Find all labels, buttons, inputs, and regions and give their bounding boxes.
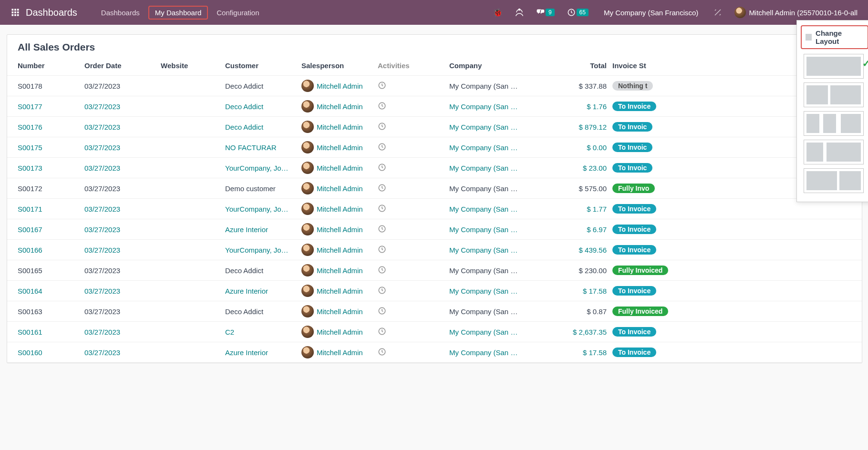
header-date[interactable]: Order Date	[84, 61, 161, 70]
cell-company[interactable]: My Company (San …	[449, 82, 559, 90]
cell-number[interactable]: S00175	[18, 143, 84, 152]
company-selector[interactable]: My Company (San Francisco)	[601, 9, 701, 17]
cell-number[interactable]: S00173	[18, 164, 84, 172]
cell-number[interactable]: S00178	[18, 82, 84, 90]
cell-activities[interactable]	[378, 327, 449, 337]
header-website[interactable]: Website	[161, 61, 225, 70]
cell-company[interactable]: My Company (San …	[449, 266, 559, 275]
table-row[interactable]: S0016403/27/2023Azure InteriorMitchell A…	[7, 281, 862, 301]
cell-customer[interactable]: YourCompany, Jo…	[225, 246, 301, 254]
cell-company[interactable]: My Company (San …	[449, 184, 559, 193]
cell-salesperson[interactable]: Mitchell Admin	[301, 264, 378, 276]
layout-option-l3[interactable]	[804, 111, 864, 136]
bug-icon[interactable]: 🐞	[493, 8, 503, 18]
header-activities[interactable]: Activities	[378, 61, 449, 70]
cell-activities[interactable]	[378, 102, 449, 112]
cell-customer[interactable]: Deco Addict	[225, 82, 301, 90]
cell-number[interactable]: S00167	[18, 225, 84, 234]
cell-company[interactable]: My Company (San …	[449, 328, 559, 336]
tools-icon[interactable]	[713, 8, 722, 17]
cell-salesperson[interactable]: Mitchell Admin	[301, 346, 378, 358]
table-row[interactable]: S0016303/27/2023Deco AddictMitchell Admi…	[7, 301, 862, 322]
table-row[interactable]: S0017103/27/2023YourCompany, Jo…Mitchell…	[7, 199, 862, 219]
cell-salesperson[interactable]: Mitchell Admin	[301, 326, 378, 338]
messages-icon[interactable]: 9	[536, 8, 555, 17]
cell-company[interactable]: My Company (San …	[449, 123, 559, 131]
table-row[interactable]: S0017203/27/2023Demo customerMitchell Ad…	[7, 178, 862, 199]
cell-activities[interactable]	[378, 245, 449, 255]
cell-customer[interactable]: Azure Interior	[225, 287, 301, 295]
cell-activities[interactable]	[378, 266, 449, 276]
cell-customer[interactable]: Deco Addict	[225, 123, 301, 131]
cell-salesperson[interactable]: Mitchell Admin	[301, 80, 378, 92]
layout-option-l4[interactable]	[804, 140, 864, 164]
cell-activities[interactable]	[378, 163, 449, 173]
change-layout-button[interactable]: Change Layout	[801, 25, 868, 49]
cell-number[interactable]: S00177	[18, 102, 84, 111]
header-total[interactable]: Total	[559, 61, 607, 70]
cell-customer[interactable]: Azure Interior	[225, 225, 301, 234]
cell-salesperson[interactable]: Mitchell Admin	[301, 203, 378, 215]
cell-number[interactable]: S00176	[18, 123, 84, 131]
nav-item-my-dashboard[interactable]: My Dashboard	[148, 6, 208, 20]
cell-customer[interactable]: YourCompany, Jo…	[225, 205, 301, 213]
table-row[interactable]: S0016103/27/2023C2Mitchell AdminMy Compa…	[7, 322, 862, 342]
table-row[interactable]: S0016603/27/2023YourCompany, Jo…Mitchell…	[7, 240, 862, 260]
cell-activities[interactable]	[378, 204, 449, 214]
cell-number[interactable]: S00166	[18, 246, 84, 254]
cell-company[interactable]: My Company (San …	[449, 246, 559, 254]
cell-company[interactable]: My Company (San …	[449, 205, 559, 213]
cell-salesperson[interactable]: Mitchell Admin	[301, 244, 378, 256]
table-row[interactable]: S0017603/27/2023Deco AddictMitchell Admi…	[7, 117, 862, 137]
cell-number[interactable]: S00172	[18, 184, 84, 193]
table-row[interactable]: S0016003/27/2023Azure InteriorMitchell A…	[7, 342, 862, 363]
header-number[interactable]: Number	[18, 61, 84, 70]
support-icon[interactable]	[515, 8, 524, 17]
table-row[interactable]: S0017703/27/2023Deco AddictMitchell Admi…	[7, 96, 862, 117]
nav-item-configuration[interactable]: Configuration	[210, 6, 266, 20]
cell-customer[interactable]: Demo customer	[225, 184, 301, 193]
cell-company[interactable]: My Company (San …	[449, 164, 559, 172]
cell-salesperson[interactable]: Mitchell Admin	[301, 182, 378, 194]
cell-activities[interactable]	[378, 143, 449, 153]
cell-customer[interactable]: NO FACTURAR	[225, 143, 301, 152]
cell-company[interactable]: My Company (San …	[449, 348, 559, 357]
cell-salesperson[interactable]: Mitchell Admin	[301, 305, 378, 317]
header-company[interactable]: Company	[449, 61, 559, 70]
cell-customer[interactable]: YourCompany, Jo…	[225, 164, 301, 172]
layout-option-l1[interactable]	[804, 54, 864, 79]
cell-number[interactable]: S00161	[18, 328, 84, 336]
cell-number[interactable]: S00163	[18, 307, 84, 316]
cell-company[interactable]: My Company (San …	[449, 102, 559, 111]
cell-salesperson[interactable]: Mitchell Admin	[301, 100, 378, 112]
header-salesperson[interactable]: Salesperson	[301, 61, 378, 70]
layout-option-l2[interactable]	[804, 82, 864, 107]
table-row[interactable]: S0017803/27/2023Deco AddictMitchell Admi…	[7, 76, 862, 96]
cell-customer[interactable]: Azure Interior	[225, 348, 301, 357]
apps-menu-button[interactable]	[7, 8, 24, 17]
cell-activities[interactable]	[378, 225, 449, 235]
cell-number[interactable]: S00171	[18, 205, 84, 213]
cell-activities[interactable]	[378, 348, 449, 358]
layout-option-l5[interactable]	[804, 168, 864, 193]
user-menu[interactable]: Mitchell Admin (25570010-16-0-all	[734, 7, 858, 18]
table-row[interactable]: S0016503/27/2023Deco AddictMitchell Admi…	[7, 260, 862, 281]
cell-salesperson[interactable]: Mitchell Admin	[301, 141, 378, 153]
cell-customer[interactable]: Deco Addict	[225, 102, 301, 111]
table-row[interactable]: S0017503/27/2023NO FACTURARMitchell Admi…	[7, 137, 862, 158]
cell-company[interactable]: My Company (San …	[449, 225, 559, 234]
cell-number[interactable]: S00160	[18, 348, 84, 357]
cell-number[interactable]: S00164	[18, 287, 84, 295]
cell-activities[interactable]	[378, 81, 449, 91]
cell-activities[interactable]	[378, 286, 449, 296]
cell-salesperson[interactable]: Mitchell Admin	[301, 223, 378, 235]
nav-item-dashboards[interactable]: Dashboards	[94, 6, 146, 20]
cell-customer[interactable]: Deco Addict	[225, 307, 301, 316]
header-customer[interactable]: Customer	[225, 61, 301, 70]
cell-activities[interactable]	[378, 122, 449, 132]
cell-salesperson[interactable]: Mitchell Admin	[301, 285, 378, 297]
table-row[interactable]: S0016703/27/2023Azure InteriorMitchell A…	[7, 219, 862, 240]
cell-activities[interactable]	[378, 307, 449, 317]
cell-customer[interactable]: C2	[225, 328, 301, 336]
cell-number[interactable]: S00165	[18, 266, 84, 275]
